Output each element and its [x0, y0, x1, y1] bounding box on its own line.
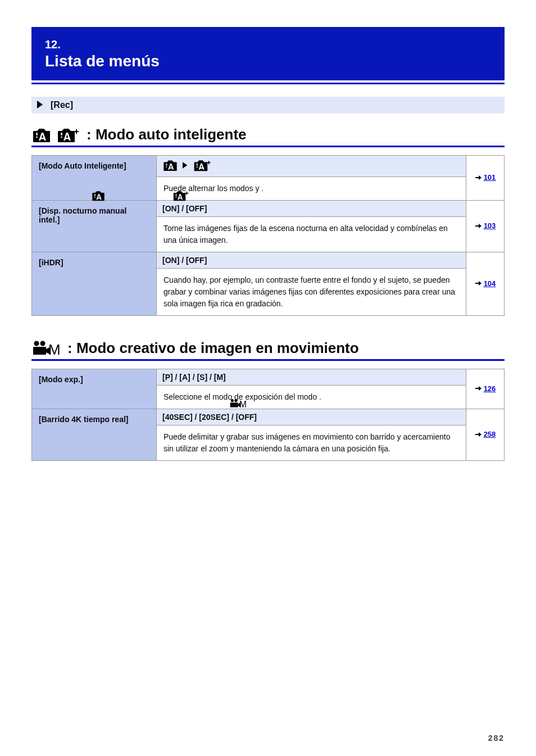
option-header-text: [P] / [A] / [S] / [M]	[162, 373, 226, 382]
svg-rect-3	[61, 133, 62, 135]
chapter-title: Lista de menús	[45, 52, 491, 70]
table-row: [Barrido 4K tiempo real] [40SEC] / [20SE…	[32, 409, 505, 425]
description-text: Tome las imágenes fijas de la escena noc…	[163, 224, 448, 245]
mode-title-movie: : Modo creativo de imagen en movimiento	[67, 339, 359, 357]
page: 12. Lista de menús [Rec]	[0, 0, 536, 756]
play-arrow-icon	[183, 162, 188, 169]
ia-mode-icon	[31, 127, 52, 143]
setting-cell: [Modo exp.]	[32, 369, 157, 409]
setting-label: [Disp. nocturno manual intel.]	[39, 206, 126, 224]
movie-m-mode-icon: M	[31, 340, 60, 357]
ia-plus-mode-icon	[56, 127, 79, 143]
subhead-text: [Rec]	[51, 100, 73, 110]
mode-title-ia: : Modo auto inteligente	[87, 126, 247, 143]
page-link-cell: 103	[466, 201, 505, 252]
svg-text:M: M	[48, 341, 60, 357]
svg-point-2	[61, 136, 62, 138]
menu-table-ia: [Modo Auto Inteligente]	[31, 155, 505, 316]
description-text: Puede delimitar y grabar sus imágenes en…	[163, 432, 450, 453]
option-header-cell	[157, 156, 466, 177]
subhead-bar: [Rec]	[31, 97, 505, 114]
banner-underline	[31, 83, 505, 84]
mode-header-movie: M : Modo creativo de imagen en movimient…	[31, 339, 505, 357]
description-text: Cuando hay, por ejemplo, un contraste fu…	[163, 275, 455, 308]
play-arrow-icon	[37, 101, 46, 110]
page-link[interactable]: 258	[484, 430, 496, 438]
setting-cell: [iHDR]	[32, 252, 157, 316]
option-header-icons	[162, 159, 211, 171]
arrow-right-icon	[475, 280, 482, 287]
option-header-cell: [ON] / [OFF]	[157, 252, 466, 269]
option-header-cell: [P] / [A] / [S] / [M]	[157, 369, 466, 386]
setting-cell: [Barrido 4K tiempo real]	[32, 409, 157, 461]
table-row: [iHDR] [ON] / [OFF] 104	[32, 252, 505, 269]
option-header-cell: [40SEC] / [20SEC] / [OFF]	[157, 409, 466, 425]
page-link[interactable]: 126	[484, 384, 496, 393]
svg-rect-15	[176, 194, 177, 196]
svg-point-8	[197, 166, 198, 168]
svg-point-0	[36, 136, 38, 138]
setting-label: [Barrido 4K tiempo real]	[39, 415, 128, 424]
svg-point-6	[166, 166, 167, 168]
arrow-right-icon	[475, 223, 482, 229]
setting-label: [Modo exp.]	[39, 375, 83, 384]
ia-mode-icon	[162, 159, 178, 171]
table-row: [Modo Auto Inteligente]	[32, 156, 505, 177]
svg-point-21	[231, 399, 234, 402]
page-link-cell: 258	[466, 409, 505, 461]
page-number-value: 282	[488, 734, 505, 743]
description-cell: Puede delimitar y grabar sus imágenes en…	[157, 425, 466, 461]
chapter-banner: 12. Lista de menús	[31, 27, 505, 80]
setting-label: [iHDR]	[39, 258, 63, 267]
description-cell: Seleccione el modo de exposición del mod…	[157, 386, 466, 409]
page-link-cell: 101	[466, 156, 505, 201]
description-cell: Tome las imágenes fijas de la escena noc…	[157, 217, 466, 252]
description-cell: Cuando hay, por ejemplo, un contraste fu…	[157, 269, 466, 316]
ia-plus-mode-icon	[172, 190, 189, 201]
page-number: 282	[488, 734, 505, 743]
chapter-number: 12.	[45, 38, 491, 51]
svg-rect-7	[166, 164, 167, 166]
ia-mode-icon	[91, 190, 106, 201]
arrow-right-icon	[475, 174, 482, 181]
page-link[interactable]: 103	[484, 221, 496, 230]
table-row: [Modo exp.] [P] / [A] / [S] / [M] 126	[32, 369, 505, 386]
page-link-cell: 126	[466, 369, 505, 409]
svg-point-14	[176, 197, 177, 198]
ia-plus-mode-icon	[193, 159, 211, 171]
option-header-text: [40SEC] / [20SEC] / [OFF]	[162, 413, 257, 422]
page-link[interactable]: 101	[484, 173, 496, 182]
description-cell: Puede alternar los modos y .	[157, 177, 466, 201]
setting-label: [Modo Auto Inteligente]	[39, 161, 126, 170]
mode-header-ia: : Modo auto inteligente	[31, 126, 505, 143]
svg-rect-1	[36, 133, 38, 135]
svg-rect-13	[94, 194, 96, 196]
option-header-text: [ON] / [OFF]	[162, 204, 207, 213]
arrow-right-icon	[475, 385, 482, 392]
option-header-cell: [ON] / [OFF]	[157, 201, 466, 217]
svg-point-22	[234, 399, 237, 402]
page-link-cell: 104	[466, 252, 505, 316]
svg-point-12	[94, 197, 96, 198]
mode-underline-movie	[31, 359, 505, 361]
menu-table-movie: [Modo exp.] [P] / [A] / [S] / [M] 126 Se…	[31, 369, 505, 461]
svg-point-18	[34, 341, 39, 346]
svg-point-19	[40, 341, 46, 346]
option-header-text: [ON] / [OFF]	[162, 256, 207, 265]
setting-cell: [Disp. nocturno manual intel.]	[32, 201, 157, 252]
movie-m-mode-icon: M	[229, 399, 246, 409]
mode-underline-ia	[31, 146, 505, 147]
mode-icons	[31, 127, 79, 143]
svg-rect-9	[197, 164, 198, 166]
arrow-right-icon	[475, 431, 482, 438]
page-link[interactable]: 104	[484, 279, 496, 288]
svg-text:M: M	[239, 400, 246, 409]
mode-icons: M	[31, 340, 60, 357]
